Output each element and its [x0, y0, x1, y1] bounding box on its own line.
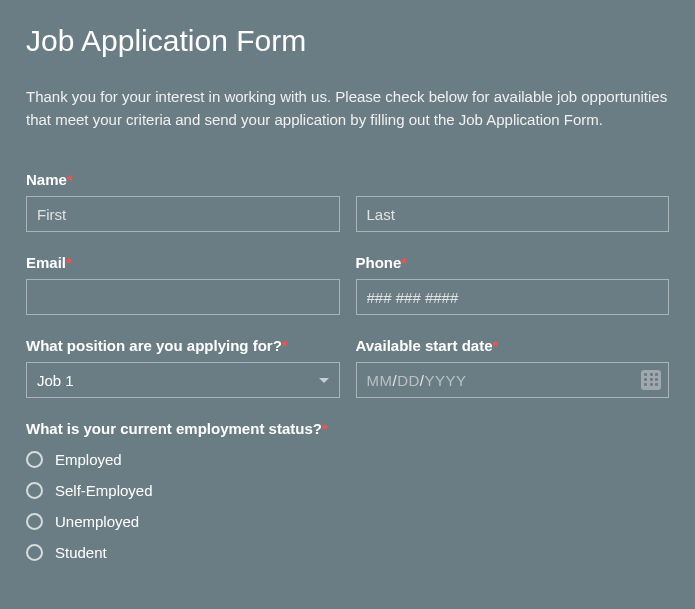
email-input[interactable]	[26, 279, 340, 315]
radio-self-employed[interactable]: Self-Employed	[26, 482, 669, 499]
start-date-label-text: Available start date	[356, 337, 493, 354]
position-selected-value: Job 1	[37, 372, 74, 389]
calendar-icon[interactable]	[641, 370, 661, 390]
radio-icon	[26, 451, 43, 468]
name-label: Name*	[26, 171, 669, 188]
start-date-label: Available start date*	[356, 337, 670, 354]
required-asterisk: *	[322, 420, 328, 437]
employment-radio-group: Employed Self-Employed Unemployed Studen…	[26, 451, 669, 561]
chevron-down-icon	[319, 378, 329, 383]
radio-label: Unemployed	[55, 513, 139, 530]
name-label-text: Name	[26, 171, 67, 188]
employment-label: What is your current employment status?*	[26, 420, 669, 437]
radio-label: Employed	[55, 451, 122, 468]
required-asterisk: *	[493, 337, 499, 354]
radio-student[interactable]: Student	[26, 544, 669, 561]
phone-label-text: Phone	[356, 254, 402, 271]
start-date-input[interactable]: MM/DD/YYYY	[356, 362, 670, 398]
first-name-input[interactable]	[26, 196, 340, 232]
email-label: Email*	[26, 254, 340, 271]
required-asterisk: *	[401, 254, 407, 271]
date-placeholder: MM/DD/YYYY	[367, 372, 467, 389]
phone-label: Phone*	[356, 254, 670, 271]
page-title: Job Application Form	[26, 24, 669, 58]
intro-text: Thank you for your interest in working w…	[26, 86, 669, 131]
required-asterisk: *	[282, 337, 288, 354]
position-label: What position are you applying for?*	[26, 337, 340, 354]
radio-label: Student	[55, 544, 107, 561]
position-label-text: What position are you applying for?	[26, 337, 282, 354]
email-label-text: Email	[26, 254, 66, 271]
radio-icon	[26, 544, 43, 561]
phone-input[interactable]	[356, 279, 670, 315]
radio-employed[interactable]: Employed	[26, 451, 669, 468]
required-asterisk: *	[67, 171, 73, 188]
radio-icon	[26, 513, 43, 530]
last-name-input[interactable]	[356, 196, 670, 232]
radio-icon	[26, 482, 43, 499]
position-select[interactable]: Job 1	[26, 362, 340, 398]
radio-label: Self-Employed	[55, 482, 153, 499]
radio-unemployed[interactable]: Unemployed	[26, 513, 669, 530]
required-asterisk: *	[66, 254, 72, 271]
employment-label-text: What is your current employment status?	[26, 420, 322, 437]
